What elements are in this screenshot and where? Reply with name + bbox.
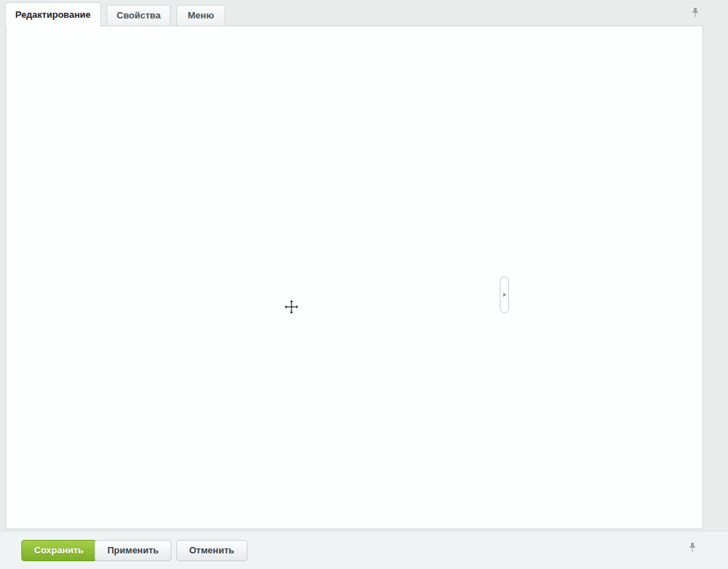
apply-button[interactable]: Применить bbox=[95, 540, 171, 561]
pin-icon-bottom[interactable] bbox=[687, 542, 698, 553]
chevron-right-icon bbox=[503, 293, 506, 297]
move-cursor-icon bbox=[284, 299, 299, 315]
tab-editing[interactable]: Редактирование bbox=[5, 2, 101, 26]
sidebar-collapse-handle[interactable] bbox=[500, 276, 509, 313]
tab-menu[interactable]: Меню bbox=[176, 5, 225, 26]
page-editor: Редактирование Свойства Меню Заголовок с… bbox=[0, 0, 728, 569]
cancel-button[interactable]: Отменить bbox=[176, 540, 247, 561]
save-button[interactable]: Сохранить bbox=[21, 540, 97, 561]
edit-form-panel bbox=[6, 26, 703, 529]
tab-properties[interactable]: Свойства bbox=[107, 5, 171, 26]
pin-icon-top[interactable] bbox=[690, 7, 701, 18]
